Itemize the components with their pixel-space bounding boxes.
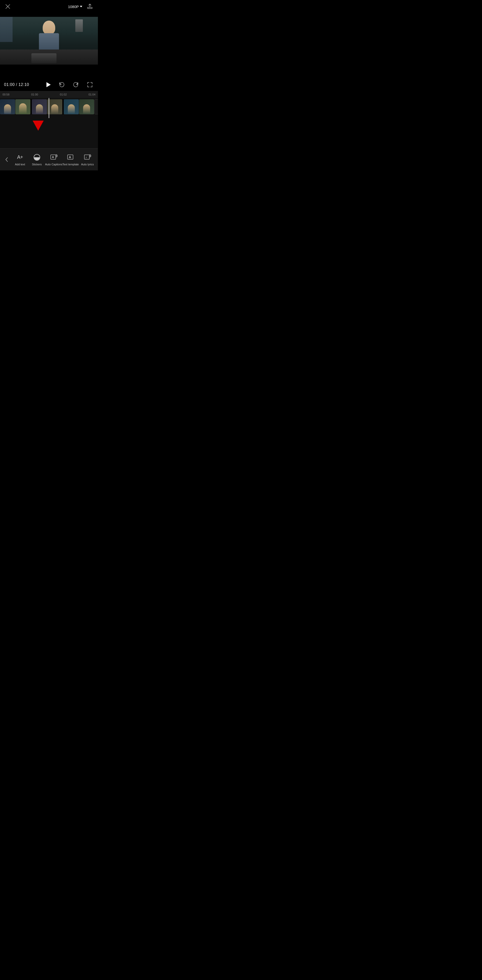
ruler-mark-1: 01:00: [31, 93, 38, 96]
resolution-label: 1080P: [68, 5, 79, 9]
toolbar-item-stickers[interactable]: Stickers: [29, 151, 45, 168]
clip-gap-1: [31, 99, 32, 115]
clip-thumb-4[interactable]: [47, 99, 62, 115]
play-icon: [46, 82, 51, 87]
toolbar-back-button[interactable]: [2, 155, 11, 164]
video-scene: [0, 17, 98, 65]
top-bar: 1080P: [0, 0, 98, 13]
spacer-dark: [0, 68, 98, 78]
resolution-button[interactable]: 1080P: [68, 5, 82, 9]
svg-text:♪: ♪: [86, 156, 87, 159]
scene-typewriter: [32, 53, 57, 63]
scene-window: [0, 17, 13, 42]
play-button[interactable]: [46, 81, 52, 88]
red-arrow-head: [33, 121, 44, 130]
playback-controls: [46, 81, 94, 89]
time-display: 01:00 / 12:10: [4, 83, 29, 87]
video-preview: [0, 13, 98, 68]
clip-thumb-1[interactable]: [0, 99, 15, 115]
playhead: [49, 98, 49, 118]
auto-captions-icon: A: [50, 153, 58, 161]
ruler-mark-2: 01:02: [60, 93, 67, 96]
toolbar-items: A+ Add text Stickers A Auto Captions: [11, 151, 96, 168]
fullscreen-button[interactable]: [86, 81, 94, 89]
timeline-area[interactable]: +: [0, 98, 98, 118]
svg-rect-7: [84, 155, 89, 159]
thumb-person-3: [36, 104, 43, 114]
thumb-person-5: [68, 104, 75, 114]
thumb-person-2: [19, 103, 27, 114]
timeline-extra: [0, 118, 98, 148]
current-time: 01:00: [4, 83, 15, 87]
svg-text:A: A: [52, 156, 54, 159]
stickers-label: Stickers: [32, 163, 42, 166]
text-template-label: Text template: [62, 163, 79, 166]
video-frame: [0, 17, 98, 65]
clip-thumb-3[interactable]: [32, 99, 47, 115]
add-clip-button[interactable]: +: [94, 99, 98, 115]
resolution-chevron-icon: [80, 6, 82, 7]
scene-desk: [0, 49, 98, 65]
sticker-shape: [33, 154, 40, 161]
toolbar-item-text-template[interactable]: A Text template: [62, 151, 79, 168]
clip-gap-2: [62, 99, 63, 115]
toolbar-item-auto-lyrics[interactable]: ♪ Auto lyrics: [79, 151, 96, 168]
text-template-icon: A: [67, 153, 75, 161]
auto-lyrics-icon: ♪: [83, 153, 91, 161]
undo-button[interactable]: [58, 81, 66, 89]
bottom-toolbar: A+ Add text Stickers A Auto Captions: [0, 148, 98, 170]
auto-captions-label: Auto Captions: [45, 163, 62, 166]
toolbar-item-add-text[interactable]: A+ Add text: [11, 151, 29, 168]
add-text-label: Add text: [15, 163, 25, 166]
thumb-person-6: [83, 104, 90, 114]
clip-thumb-6[interactable]: [79, 99, 94, 115]
video-black-bar-top: [0, 13, 98, 17]
video-black-bar-bottom: [0, 65, 98, 68]
auto-lyrics-label: Auto lyrics: [81, 163, 94, 166]
close-button[interactable]: [4, 3, 11, 10]
ruler-mark-0: 00:58: [3, 93, 10, 96]
add-text-icon: A+: [16, 153, 24, 161]
scene-person: [38, 21, 60, 53]
timeline-ruler: 00:58 01:00 01:02 01:04: [0, 91, 98, 98]
export-button[interactable]: [86, 2, 94, 11]
thumb-person-1: [4, 104, 11, 114]
scene-person-head: [43, 21, 55, 34]
total-time: 12:10: [18, 83, 29, 87]
redo-button[interactable]: [72, 81, 80, 89]
sticker-icon: [33, 153, 41, 161]
scene-lamp: [75, 19, 83, 32]
clip-thumb-5[interactable]: [64, 99, 79, 115]
time-separator: /: [16, 83, 19, 87]
top-bar-right: 1080P: [68, 2, 94, 11]
svg-text:A: A: [69, 155, 71, 159]
svg-rect-2: [87, 7, 92, 8]
ruler-mark-3: 01:04: [88, 93, 95, 96]
ruler-marks: 00:58 01:00 01:02 01:04: [0, 93, 98, 96]
thumb-person-4: [51, 104, 58, 114]
transport-controls: 01:00 / 12:10: [0, 78, 98, 91]
clip-thumb-2[interactable]: [15, 99, 30, 115]
toolbar-item-auto-captions[interactable]: A Auto Captions: [45, 151, 62, 168]
add-text-letter: A+: [17, 154, 23, 160]
